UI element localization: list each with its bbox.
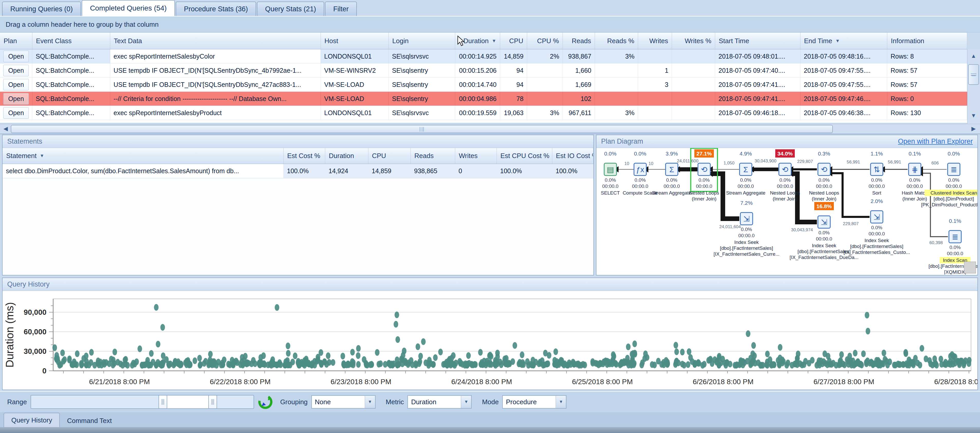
column-header-est-cost-[interactable]: Est Cost % bbox=[283, 148, 325, 164]
scroll-up-icon[interactable]: ▲ bbox=[969, 51, 979, 61]
scatter-point bbox=[853, 350, 858, 357]
node-cost-label: 0.0% bbox=[634, 151, 646, 156]
tab-procedure-stats-36[interactable]: Procedure Stats (36) bbox=[176, 2, 256, 16]
column-header-host[interactable]: Host bbox=[321, 33, 389, 49]
query-row[interactable]: OpenSQL:BatchComple...USE tempdb IF OBJE… bbox=[0, 78, 967, 92]
cell-est-io-cost-: 100.0% bbox=[552, 164, 593, 178]
cost-badge-label: 16.8% bbox=[816, 203, 832, 209]
statement-row[interactable]: select dbo.DimProduct.Color, sum(dbo.Fac… bbox=[3, 164, 593, 178]
sort-desc-icon: ▼ bbox=[40, 153, 45, 159]
column-header-reads[interactable]: Reads bbox=[411, 148, 455, 164]
scatter-point bbox=[216, 359, 221, 365]
node-cost-label: 7.2% bbox=[740, 200, 752, 206]
column-header-writes[interactable]: Writes bbox=[638, 33, 672, 49]
grouping-dropdown[interactable]: None ▼ bbox=[311, 395, 375, 409]
edge-rowcount-label: 229,807 bbox=[843, 221, 859, 226]
column-header-information[interactable]: Information bbox=[887, 33, 967, 49]
open-plan-button[interactable]: Open bbox=[3, 51, 29, 62]
column-header-reads[interactable]: Reads bbox=[563, 33, 595, 49]
query-row[interactable]: OpenSQL:BatchComple...exec spReportInter… bbox=[0, 106, 967, 120]
query-row[interactable]: OpenSQL:BatchComple...exec spReportInter… bbox=[0, 49, 967, 64]
scatter-point bbox=[84, 353, 89, 359]
query-history-chart[interactable]: 030,00060,00090,000Duration (ms)6/21/201… bbox=[3, 291, 977, 390]
scatter-point bbox=[433, 354, 438, 361]
group-by-band[interactable]: Drag a column header here to group by th… bbox=[0, 17, 980, 32]
column-header-writes-[interactable]: Writes % bbox=[672, 33, 715, 49]
node-stat-label: 0.0% bbox=[780, 177, 791, 183]
column-header-est-io-cost-[interactable]: Est IO Cost % bbox=[552, 148, 593, 164]
column-header-plan[interactable]: Plan bbox=[0, 33, 32, 49]
column-header-duration[interactable]: Duration bbox=[325, 148, 368, 164]
node-stat-label: 00:00.0 bbox=[816, 236, 832, 242]
tab-filter[interactable]: Filter bbox=[325, 2, 357, 16]
cell-information: Rows: 0 bbox=[887, 92, 967, 106]
column-header-start-time[interactable]: Start Time bbox=[715, 33, 800, 49]
node-name-label: SELECT bbox=[601, 190, 620, 196]
open-with-plan-explorer-link[interactable]: Open with Plan Explorer bbox=[898, 137, 973, 145]
query-row[interactable]: OpenSQL:BatchComple...--// Criteria for … bbox=[0, 92, 967, 106]
scatter-point bbox=[192, 357, 197, 364]
range-slider[interactable] bbox=[30, 395, 254, 409]
bottom-tab-query-history[interactable]: Query History bbox=[3, 413, 60, 427]
open-plan-button[interactable]: Open bbox=[3, 93, 29, 105]
column-header-text-data[interactable]: Text Data bbox=[110, 33, 321, 49]
cell-start-time: 2018-07-05 09:46:18.... bbox=[715, 106, 800, 120]
scatter-point bbox=[418, 353, 423, 360]
tab-completed-queries-54[interactable]: Completed Queries (54) bbox=[82, 0, 175, 16]
mode-dropdown[interactable]: Procedure ▼ bbox=[502, 395, 566, 409]
column-header-cpu[interactable]: CPU bbox=[500, 33, 527, 49]
chevron-down-icon[interactable]: ▼ bbox=[556, 396, 566, 408]
open-plan-button[interactable]: Open bbox=[3, 79, 29, 91]
scroll-left-icon[interactable]: ◀ bbox=[0, 124, 11, 134]
scatter-point bbox=[208, 357, 212, 363]
query-row[interactable]: OpenSQL:BatchComple...USE tempdb IF OBJE… bbox=[0, 64, 967, 78]
column-header-statement[interactable]: Statement▼ bbox=[3, 148, 283, 164]
bottom-tab-command-text[interactable]: Command Text bbox=[60, 414, 119, 427]
scroll-down-icon[interactable]: ▼ bbox=[969, 110, 979, 121]
refresh-range-icon[interactable] bbox=[258, 395, 272, 409]
node-name-label: Index Scan bbox=[943, 258, 967, 263]
cell-cpu- bbox=[527, 92, 563, 106]
column-header-cpu-[interactable]: CPU % bbox=[527, 33, 563, 49]
scatter-point bbox=[934, 362, 939, 368]
range-handle-left[interactable] bbox=[159, 395, 167, 409]
scatter-point bbox=[520, 359, 525, 366]
scatter-point bbox=[375, 349, 379, 356]
open-plan-button[interactable]: Open bbox=[3, 107, 29, 119]
column-header-est-cpu-cost-[interactable]: Est CPU Cost % bbox=[497, 148, 552, 164]
plan-diagram-canvas[interactable]: 101024,011,6001,05024,011,60430,043,9003… bbox=[597, 148, 977, 274]
column-header-event-class[interactable]: Event Class bbox=[32, 33, 110, 49]
chevron-down-icon[interactable]: ▼ bbox=[365, 396, 375, 408]
scatter-point bbox=[363, 360, 368, 367]
range-handle-right[interactable] bbox=[208, 395, 217, 409]
node-cost-label: 0.1% bbox=[949, 218, 961, 224]
scatter-point bbox=[112, 360, 117, 367]
vertical-scroll-thumb[interactable] bbox=[968, 64, 979, 85]
grouping-value: None bbox=[312, 396, 365, 408]
grid-horizontal-scrollbar[interactable]: ◀ ▶ bbox=[0, 124, 980, 134]
cell-text-data: USE tempdb IF OBJECT_ID(N'[SQLSentryDbSy… bbox=[110, 64, 321, 77]
scatter-point bbox=[849, 362, 854, 368]
column-header-writes[interactable]: Writes bbox=[455, 148, 497, 164]
node-name-label: (Inner Join) bbox=[773, 196, 797, 201]
completed-queries-grid: PlanEvent ClassText DataHostLoginDuratio… bbox=[0, 32, 967, 123]
column-header-end-time[interactable]: End Time▼ bbox=[800, 33, 887, 49]
grid-vertical-scrollbar[interactable]: ▲ ▼ bbox=[967, 49, 980, 124]
scatter-point bbox=[395, 312, 399, 318]
horizontal-scroll-thumb[interactable] bbox=[11, 125, 833, 133]
range-selected-region bbox=[162, 395, 212, 408]
open-plan-button[interactable]: Open bbox=[3, 65, 29, 76]
metric-dropdown[interactable]: Duration ▼ bbox=[407, 395, 472, 409]
tab-running-queries-0[interactable]: Running Queries (0) bbox=[2, 2, 81, 16]
column-header-cpu[interactable]: CPU bbox=[368, 148, 411, 164]
tab-query-stats-21[interactable]: Query Stats (21) bbox=[257, 2, 324, 16]
node-stat-label: 0.0% bbox=[818, 230, 829, 236]
scatter-point bbox=[640, 361, 644, 368]
scatter-point bbox=[632, 341, 637, 347]
scroll-right-icon[interactable]: ▶ bbox=[969, 124, 979, 134]
column-header-login[interactable]: Login bbox=[389, 33, 455, 49]
scatter-point bbox=[839, 351, 844, 358]
cell-writes bbox=[638, 92, 672, 106]
column-header-reads-[interactable]: Reads % bbox=[595, 33, 638, 49]
chevron-down-icon[interactable]: ▼ bbox=[461, 396, 471, 408]
